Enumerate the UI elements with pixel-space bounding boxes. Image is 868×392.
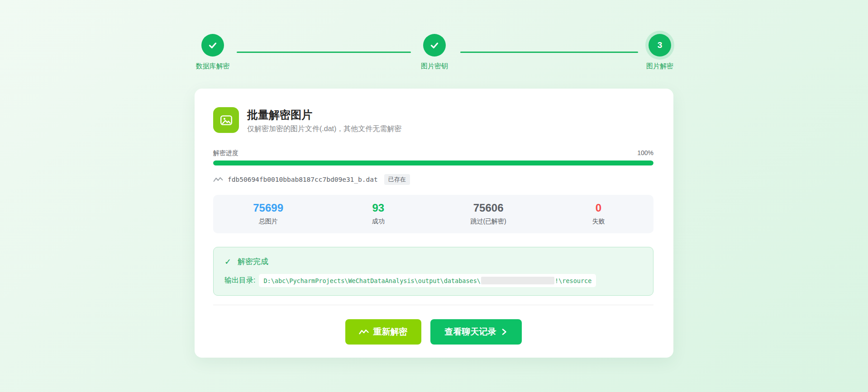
redo-decrypt-label: 重新解密 xyxy=(373,326,408,338)
progress-track xyxy=(213,161,653,165)
output-dir-label: 输出目录: xyxy=(224,276,255,285)
output-path-prefix: D:\abc\PycharmProjects\WeChatDataAnalysi… xyxy=(263,277,481,284)
step-image-decrypt-label: 图片解密 xyxy=(610,62,710,71)
step-image-key-indicator xyxy=(423,34,446,57)
stat-skipped-value: 75606 xyxy=(434,202,544,214)
progress-section: 解密进度 100% xyxy=(213,149,653,165)
check-icon: ✓ xyxy=(224,257,231,267)
wizard-stepper: 数据库解密 图片密钥 3 图片解密 xyxy=(0,0,868,77)
redacted-path-segment xyxy=(481,277,554,284)
view-chat-history-label: 查看聊天记录 xyxy=(445,326,496,338)
activity-wave-icon xyxy=(213,176,223,183)
page-title: 批量解密图片 xyxy=(247,108,401,122)
progress-bar-fill xyxy=(213,161,653,165)
batch-decrypt-card: 批量解密图片 仅解密加密的图片文件(.dat)，其他文件无需解密 解密进度 10… xyxy=(195,89,673,358)
stat-total-images: 75699 总图片 xyxy=(213,202,323,226)
status-badge: 已存在 xyxy=(384,174,410,185)
stat-success-value: 93 xyxy=(323,202,433,214)
decrypt-complete-panel: ✓ 解密完成 输出目录: D:\abc\PycharmProjects\WeCh… xyxy=(213,247,653,296)
progress-label: 解密进度 xyxy=(213,149,238,157)
activity-wave-icon xyxy=(359,328,369,335)
step-image-key-label: 图片密钥 xyxy=(385,62,484,71)
current-file-name: fdb50694fb0010bbab8187cc7bd09e31_b.dat xyxy=(228,176,378,183)
current-file-row: fdb50694fb0010bbab8187cc7bd09e31_b.dat 已… xyxy=(213,174,653,185)
stat-failed: 0 失败 xyxy=(544,202,653,226)
stat-skipped: 75606 跳过(已解密) xyxy=(434,202,544,226)
output-dir-path: D:\abc\PycharmProjects\WeChatDataAnalysi… xyxy=(259,274,596,287)
step-database-decrypt-label: 数据库解密 xyxy=(163,62,262,71)
stat-skipped-label: 跳过(已解密) xyxy=(434,217,544,226)
stats-panel: 75699 总图片 93 成功 75606 跳过(已解密) 0 失败 xyxy=(213,195,653,233)
step-connector-1 xyxy=(237,52,411,53)
image-icon xyxy=(213,107,239,133)
step-image-decrypt-indicator: 3 xyxy=(649,34,671,57)
stat-success: 93 成功 xyxy=(323,202,433,226)
redo-decrypt-button[interactable]: 重新解密 xyxy=(345,319,421,345)
step-database-decrypt-indicator xyxy=(201,34,224,57)
step-number: 3 xyxy=(658,40,663,50)
stat-success-label: 成功 xyxy=(323,217,433,226)
check-icon xyxy=(429,40,440,51)
step-connector-2 xyxy=(460,52,638,53)
divider xyxy=(213,305,653,305)
check-icon xyxy=(207,40,218,51)
decrypt-complete-text: 解密完成 xyxy=(238,256,268,267)
action-button-row: 重新解密 查看聊天记录 xyxy=(213,319,653,345)
view-chat-history-button[interactable]: 查看聊天记录 xyxy=(430,319,522,345)
page-subtitle: 仅解密加密的图片文件(.dat)，其他文件无需解密 xyxy=(247,124,401,134)
output-path-suffix: !\resource xyxy=(555,277,591,284)
stat-failed-label: 失败 xyxy=(544,217,653,226)
chevron-right-icon xyxy=(501,328,507,336)
stat-total-label: 总图片 xyxy=(213,217,323,226)
stat-total-value: 75699 xyxy=(213,202,323,214)
stat-failed-value: 0 xyxy=(544,202,653,214)
card-header: 批量解密图片 仅解密加密的图片文件(.dat)，其他文件无需解密 xyxy=(213,107,653,134)
progress-percent: 100% xyxy=(637,149,653,157)
